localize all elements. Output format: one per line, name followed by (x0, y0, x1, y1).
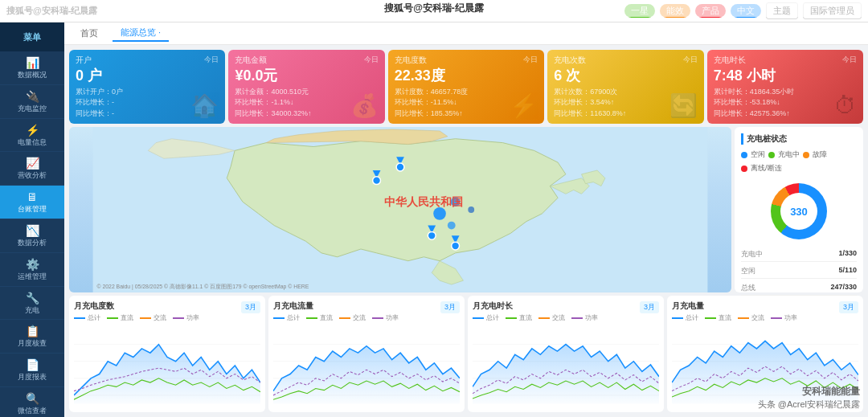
legend-ac-power: 交流 (140, 313, 166, 322)
svg-point-2 (433, 207, 446, 220)
map-svg: 中华人民共和国 © 2022 Baidu | 05/28/2025 © 高德影像… (69, 127, 731, 292)
chart-title-amount: 月充电流量 (273, 300, 313, 312)
sidebar-logo: 菜单 (0, 22, 64, 51)
revenue-icon: 📈 (26, 157, 39, 170)
legend-text-total-a: 总计 (287, 313, 300, 322)
chart-area-amount (273, 324, 460, 407)
legend-total-dur: 总计 (473, 313, 499, 322)
legend-ac-dur: 交流 (538, 313, 565, 322)
sidebar-item-power-info[interactable]: ⚡ 电量信息 (0, 119, 64, 153)
legend-dot-charging (768, 152, 775, 158)
stat-card-charge-amount: 充电金额 今日 ¥0.0元 累计金额：4000.510元 环比增长：-1.1%↓… (228, 50, 384, 124)
legend-text-dc-a: 直流 (320, 313, 333, 322)
line-dc (107, 317, 118, 319)
middle-section: 中华人民共和国 © 2022 Baidu | 05/28/2025 © 高德影像… (64, 127, 868, 292)
stat-card-charge-power: 充电度数 今日 22.33度 累计度数：46657.78度 环比增长：-11.5… (388, 50, 544, 124)
panel-title: 充电桩状态 (741, 133, 857, 145)
svg-point-10 (428, 232, 436, 240)
tab-overview[interactable]: 能源总览 · (113, 25, 169, 42)
legend-text-total-d: 总计 (486, 313, 499, 322)
legend-text-pwr-a: 功率 (386, 313, 399, 322)
monthly-check-icon: 📋 (26, 325, 39, 337)
legend-pwr-cnt: 功率 (771, 313, 797, 322)
sidebar-item-order-query[interactable]: 🔍 微信查者 (0, 387, 64, 417)
legend-pwr-power: 功率 (173, 313, 199, 322)
line-pwr-d (571, 317, 583, 319)
stat-value-charging: 1/330 (838, 249, 857, 260)
chart-area-power (74, 324, 260, 407)
watermark-top: 搜狐号@安科瑞-纪晨露 (0, 0, 868, 17)
stat-value-charge-times: 6 次 (554, 67, 697, 85)
sidebar-item-monthly-check[interactable]: 📋 月度核查 (0, 320, 64, 354)
panel-stat-idle: 空闲 5/110 (741, 264, 857, 279)
sidebar-label-data-overview: 数据概况 (18, 71, 47, 80)
legend-pwr-dur: 功率 (571, 313, 598, 322)
stat-title-charge-times: 充电次数 (554, 55, 697, 66)
watermark-account: 头条 @Acrel安科瑞纪晨露 (758, 399, 860, 411)
line-pwr-c (771, 317, 782, 319)
legend-text-pwr: 功率 (186, 313, 199, 322)
line-dc-d (506, 317, 517, 319)
sidebar-item-monthly-report[interactable]: 📄 月度报表 (0, 354, 64, 387)
sidebar: 菜单 📊 数据概况 🔌 充电监控 ⚡ 电量信息 📈 营收分析 🖥 台账管理 (0, 22, 64, 417)
chart-title-count: 月充电量 (672, 300, 704, 312)
sidebar-label-ops: 运维管理 (18, 272, 47, 281)
donut-value: 330 (780, 193, 817, 230)
legend-dc-amount: 直流 (306, 313, 333, 322)
sidebar-item-revenue[interactable]: 📈 营收分析 (0, 152, 64, 186)
sidebar-item-ops[interactable]: ⚙️ 运维管理 (0, 253, 64, 287)
sidebar-item-service[interactable]: 🔧 充电 (0, 287, 64, 321)
sidebar-label-charge-monitor: 充电监控 (18, 104, 47, 113)
charts-row: 月充电度数 3月 总计 直流 (64, 292, 868, 417)
device-icon: 🖥 (27, 190, 38, 203)
legend-dot-fault (803, 152, 809, 158)
stat-card-charge-time: 充电时长 今日 7:48 小时 累计时长：41864.35小时 环比增长：-53… (707, 50, 863, 124)
line-total-a (273, 317, 285, 319)
sidebar-label-revenue: 营收分析 (18, 171, 47, 180)
line-ac-d (538, 317, 550, 319)
sidebar-label-monthly-report: 月度报表 (18, 373, 47, 382)
legend-text-ac: 交流 (154, 313, 166, 322)
stat-icon-ct: 🔄 (669, 92, 698, 119)
stat-date-charge-time: 今日 (842, 55, 857, 65)
svg-point-4 (468, 206, 474, 213)
line-pwr-a (372, 317, 383, 319)
legend-text-total-c: 总计 (686, 313, 698, 322)
donut-container: 330 (741, 183, 857, 239)
legend-pwr-amount: 功率 (372, 313, 399, 322)
line-ac-c (738, 317, 749, 319)
sidebar-item-device[interactable]: 🖥 台账管理 (0, 186, 64, 219)
sidebar-item-charge-monitor[interactable]: 🔌 充电监控 (0, 85, 64, 119)
legend-fault: 故障 (803, 149, 827, 160)
legend-text-dc: 直流 (121, 313, 133, 322)
chart-svg-amount (273, 324, 460, 407)
tab-home[interactable]: 首页 (72, 26, 106, 41)
sidebar-item-analysis[interactable]: 📉 数据分析 (0, 219, 64, 253)
legend-label-fault: 故障 (813, 149, 827, 160)
sidebar-item-data-overview[interactable]: 📊 数据概况 (0, 51, 64, 85)
line-dc-a (306, 317, 317, 319)
stat-title-open: 开户 (76, 55, 219, 66)
map-container[interactable]: 中华人民共和国 © 2022 Baidu | 05/28/2025 © 高德影像… (69, 127, 731, 292)
legend-idle: 空闲 (741, 149, 765, 160)
stat-date-charge-power: 今日 (523, 55, 538, 65)
svg-text:中华人民共和国: 中华人民共和国 (384, 195, 463, 208)
line-ac-a (339, 317, 350, 319)
chart-svg-power (74, 324, 260, 407)
stat-title-charge-time: 充电时长 (714, 55, 857, 66)
sidebar-label-monthly-check: 月度核查 (18, 339, 47, 348)
legend-total-cnt: 总计 (672, 313, 698, 322)
stat-icon-open: 🏠 (190, 92, 219, 119)
power-info-icon: ⚡ (26, 124, 39, 137)
legend-text-total: 总计 (88, 313, 100, 322)
sub-header: 首页 能源总览 · (64, 22, 868, 45)
stat-date-charge-times: 今日 (683, 55, 698, 65)
chart-monthly-amount: 月充电流量 3月 总计 直流 (268, 296, 465, 412)
svg-point-12 (452, 242, 460, 250)
line-total-c (672, 317, 683, 319)
legend-label-charging: 充电中 (778, 149, 800, 160)
legend-dc-dur: 直流 (506, 313, 532, 322)
stat-date-open: 今日 (204, 55, 219, 65)
main-content: 首页 能源总览 · 开户 今日 0 户 累计开户：0户 环比增长：- 同比增长：… (64, 22, 868, 417)
chart-monthly-power: 月充电度数 3月 总计 直流 (69, 296, 265, 412)
